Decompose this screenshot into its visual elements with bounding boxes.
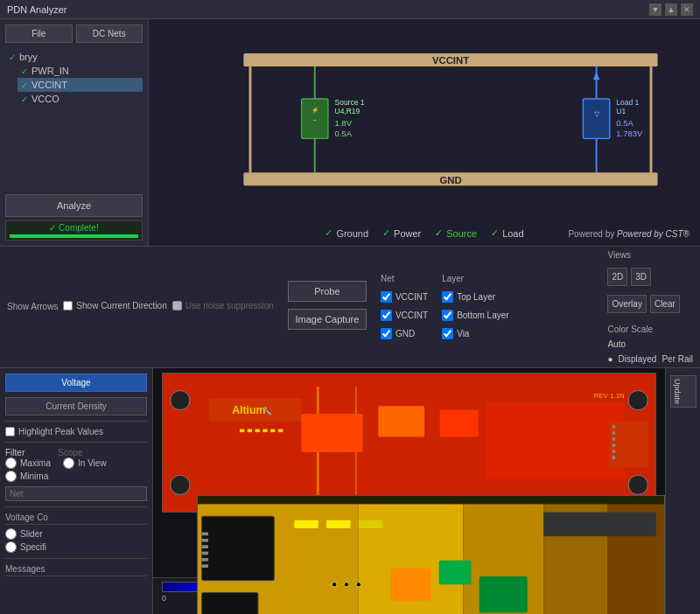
net-gnd-checkbox[interactable]: [381, 328, 392, 339]
file-button[interactable]: File: [5, 24, 73, 43]
layer-via-label: Via: [457, 329, 469, 338]
schematic-svg: VCCINT GND ⚡ ~ Source 1 U4,R19 1.8V: [219, 37, 682, 202]
maxima-radio[interactable]: [5, 457, 17, 469]
tree-root-item[interactable]: ✓ bryy: [5, 50, 143, 64]
right-update-panel: Update: [665, 368, 700, 614]
svg-rect-31: [628, 475, 648, 494]
svg-text:VCCINT: VCCINT: [432, 55, 469, 66]
sidebar: File DC Nets ✓ bryy ✓ PWR_IN ✓ VCCINT ✓: [0, 19, 149, 246]
minima-radio[interactable]: [5, 471, 17, 482]
net-input[interactable]: [5, 486, 147, 501]
tree-label-vccint: VCCINT: [32, 80, 67, 90]
2d-3d-row: 2D 3D: [607, 268, 651, 286]
tree-item-vcco[interactable]: ✓ VCCO: [18, 92, 143, 106]
schematic-area: VCCINT GND ⚡ ~ Source 1 U4,R19 1.8V: [149, 19, 700, 246]
slider-label: Slider: [20, 529, 43, 539]
net-vccint2: VCCINT: [381, 310, 428, 321]
update-button[interactable]: Update: [670, 375, 696, 408]
svg-rect-41: [262, 429, 267, 433]
maximize-btn[interactable]: ▲: [665, 3, 677, 16]
voltage-toggle-btn[interactable]: Voltage: [5, 373, 147, 392]
2d-button[interactable]: 2D: [607, 268, 627, 286]
layer-via: Via: [442, 328, 469, 339]
svg-point-74: [332, 583, 337, 588]
svg-marker-19: [593, 72, 600, 80]
net-vccint2-checkbox[interactable]: [381, 310, 392, 321]
show-current-row: Show Current Direction: [63, 301, 166, 310]
layer-bottom-checkbox[interactable]: [442, 310, 453, 321]
analyze-button[interactable]: Analyze: [5, 194, 143, 217]
check-icon: ✓: [9, 52, 16, 62]
current-density-toggle-btn[interactable]: Current Density: [5, 397, 147, 415]
clear-button[interactable]: Clear: [650, 295, 680, 313]
views-group: Views 2D 3D Overlay Clear Color Scale Au…: [607, 250, 693, 364]
close-btn[interactable]: ✕: [681, 3, 693, 16]
svg-rect-48: [612, 437, 616, 441]
layer-via-checkbox[interactable]: [442, 328, 453, 339]
3d-button[interactable]: 3D: [631, 268, 651, 286]
highlight-peak-checkbox[interactable]: [5, 427, 15, 436]
svg-rect-64: [202, 564, 208, 568]
svg-text:Source 1: Source 1: [335, 98, 365, 107]
svg-rect-46: [612, 425, 616, 429]
svg-text:~: ~: [313, 116, 318, 124]
pcb-bottom-view: [197, 495, 665, 614]
svg-rect-42: [270, 429, 275, 433]
window-controls[interactable]: ▼ ▲ ✕: [649, 3, 693, 16]
tree-item-pwr-in[interactable]: ✓ PWR_IN: [18, 64, 143, 78]
svg-rect-47: [612, 431, 616, 435]
layer-top-checkbox[interactable]: [442, 291, 453, 303]
image-capture-button[interactable]: Image Capture: [288, 309, 367, 330]
svg-text:U4,R19: U4,R19: [335, 107, 360, 115]
tree-item-vccint[interactable]: ✓ VCCINT: [18, 78, 143, 92]
slider-row: Slider: [5, 528, 147, 540]
slider-radio[interactable]: [5, 528, 17, 540]
progress-bar: [10, 234, 138, 238]
specifi-row: Specifi: [5, 541, 147, 553]
net-vccint2-label: VCCINT: [396, 310, 428, 320]
legend-ground-label: Ground: [336, 228, 368, 239]
divider3: [5, 506, 147, 507]
maxima-label: Maxima: [20, 458, 51, 468]
noise-suppression-row: Use noise suppression: [172, 301, 274, 310]
layer-label: Layer: [442, 274, 464, 283]
svg-text:🔧: 🔧: [262, 406, 272, 416]
svg-text:REV 1.1N: REV 1.1N: [594, 392, 625, 400]
net-vccint-checkbox[interactable]: [381, 291, 392, 303]
svg-rect-43: [278, 429, 283, 433]
overlay-button[interactable]: Overlay: [607, 295, 646, 313]
layer-bottom-label: Bottom Layer: [457, 310, 508, 320]
svg-rect-51: [612, 456, 616, 459]
maxima-row: Maxima In View: [5, 457, 147, 469]
noise-suppression-checkbox[interactable]: [172, 301, 182, 310]
svg-rect-40: [256, 429, 260, 433]
minimize-btn[interactable]: ▼: [649, 3, 662, 16]
show-current-checkbox[interactable]: [63, 301, 73, 310]
noise-suppression-label: Use noise suppression: [186, 301, 274, 310]
filter-label: Filter: [5, 448, 24, 457]
svg-rect-67: [326, 520, 351, 528]
voltage-section: Voltage Co Slider Specifi: [5, 513, 147, 553]
toolbar-row: Show Arrows Show Current Direction Use n…: [0, 247, 700, 368]
scale-label-0: 0: [162, 594, 166, 603]
tree-label-pwr-in: PWR_IN: [32, 66, 69, 76]
specifi-radio[interactable]: [5, 541, 17, 553]
svg-rect-36: [440, 410, 479, 437]
svg-rect-39: [248, 429, 252, 433]
probe-button[interactable]: Probe: [288, 281, 367, 302]
pcb-area: Altium 🔧: [153, 368, 665, 614]
svg-rect-60: [202, 539, 208, 542]
dc-nets-button[interactable]: DC Nets: [76, 24, 144, 43]
top-section: File DC Nets ✓ bryy ✓ PWR_IN ✓ VCCINT ✓: [0, 19, 700, 247]
svg-rect-69: [543, 513, 656, 537]
color-scale-label: Color Scale: [607, 324, 653, 334]
check-icon: ✓: [382, 227, 390, 239]
layer-group: Layer Top Layer Bottom Layer Via: [442, 274, 508, 341]
powered-by: Powered by Powered by CST®: [568, 229, 690, 239]
svg-rect-62: [202, 552, 208, 555]
svg-rect-30: [171, 475, 190, 494]
net-gnd-label: GND: [396, 329, 415, 338]
svg-rect-29: [628, 391, 648, 410]
svg-text:0.5A: 0.5A: [616, 118, 634, 128]
inview-radio[interactable]: [63, 457, 74, 469]
